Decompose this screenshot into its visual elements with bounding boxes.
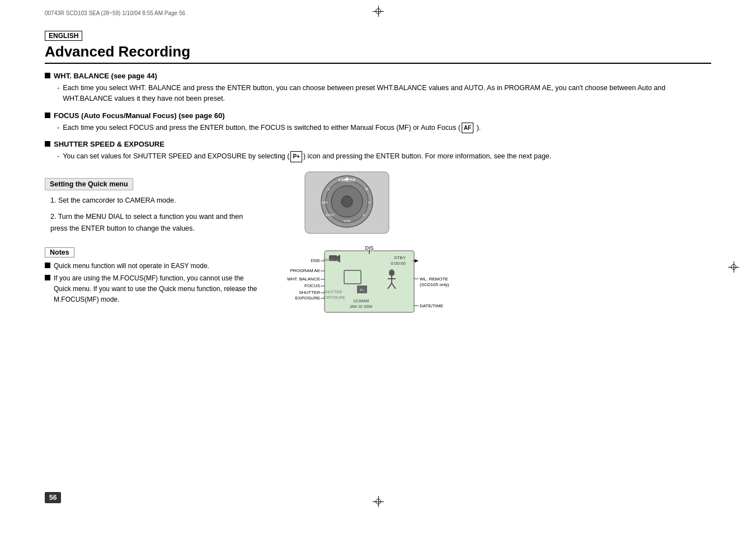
svg-text:DIS: DIS <box>365 245 373 251</box>
section-focus-heading: FOCUS (Auto Focus/Manual Focus) (see pag… <box>45 111 711 120</box>
svg-marker-53 <box>415 259 419 263</box>
step-1: 1. Set the camcorder to CAMERA mode. <box>50 195 257 207</box>
section-wht-balance-body: - Each time you select WHT. BALANCE and … <box>57 83 711 105</box>
svg-text:WL. REMOTE: WL. REMOTE <box>420 277 448 282</box>
page-title: Advanced Recording <box>45 43 711 64</box>
svg-text:M: M <box>365 188 368 191</box>
notes-list: Quick menu function will not operate in … <box>45 261 257 306</box>
quick-menu-heading: Setting the Quick menu <box>45 178 133 190</box>
lower-left: Setting the Quick menu 1. Set the camcor… <box>45 169 257 357</box>
svg-text:12:00AM: 12:00AM <box>353 299 369 303</box>
svg-text:A: A <box>363 213 365 217</box>
quick-menu-section: Setting the Quick menu 1. Set the camcor… <box>45 178 257 235</box>
svg-text:SHUTTER: SHUTTER <box>323 290 342 294</box>
svg-point-12 <box>341 196 353 207</box>
shutter-icon: P+ <box>290 151 302 162</box>
page-number: 56 <box>45 492 61 503</box>
bullet-icon <box>45 113 50 118</box>
svg-text:PROGRAM AE: PROGRAM AE <box>290 268 320 273</box>
bottom-center-crosshair <box>373 496 384 507</box>
svg-text:EASY: EASY <box>326 213 335 217</box>
note-bullet-icon <box>45 275 50 280</box>
svg-text:P: P <box>368 201 370 204</box>
note-bullet-icon <box>45 263 50 268</box>
svg-text:JAN 10 2004: JAN 10 2004 <box>350 305 373 308</box>
note-item-1: Quick menu function will not operate in … <box>45 261 257 271</box>
svg-text:S: S <box>327 188 330 191</box>
section-shutter-heading: SHUTTER SPEED & EXPOSURE <box>45 140 711 148</box>
lower-section: Setting the Quick menu 1. Set the camcor… <box>45 169 711 357</box>
svg-text:DSE: DSE <box>311 258 320 263</box>
note-item-2: If you are using the M.FOCUS(MF) functio… <box>45 273 257 306</box>
lower-right: CAMERA M P A VCR EASY OFF S <box>269 169 711 357</box>
svg-text:MIRROR: MIRROR <box>323 258 339 262</box>
notes-label: Notes <box>45 247 74 257</box>
svg-text:FOCUS: FOCUS <box>304 283 320 288</box>
section-focus-body: - Each time you select FOCUS and press t… <box>57 123 711 134</box>
svg-text:(SCD105 only): (SCD105 only) <box>420 282 449 287</box>
section-shutter-body: - You can set values for SHUTTER SPEED a… <box>57 151 711 162</box>
svg-text:SHUTTER: SHUTTER <box>299 290 320 295</box>
camcorder-dial-image: CAMERA M P A VCR EASY OFF S <box>302 169 392 236</box>
svg-text:VCR: VCR <box>344 219 351 223</box>
quick-menu-steps: 1. Set the camcorder to CAMERA mode. 2. … <box>50 195 257 235</box>
svg-text:0:00:00: 0:00:00 <box>391 261 406 266</box>
header-meta: 00743R SCD103 SEA (28~59) 1/10/04 8:55 A… <box>45 10 185 16</box>
svg-text:OFF: OFF <box>321 201 328 204</box>
language-label: ENGLISH <box>45 31 82 41</box>
af-icon: AF <box>462 123 473 134</box>
section-wht-balance-heading: WHT. BALANCE (see page 44) <box>45 72 711 80</box>
top-center-crosshair <box>373 6 384 17</box>
bullet-icon <box>45 73 50 78</box>
bullet-icon <box>45 141 50 147</box>
svg-text:DATE/TIME: DATE/TIME <box>420 303 443 308</box>
notes-section: Notes Quick menu function will not opera… <box>45 247 257 306</box>
svg-text:STBY: STBY <box>394 255 406 260</box>
step-2: 2. Turn the MENU DIAL to select a functi… <box>50 211 257 235</box>
right-center-crosshair <box>728 261 739 273</box>
svg-text:WHT. BALANCE: WHT. BALANCE <box>287 277 320 282</box>
svg-text:EXPOSURE: EXPOSURE <box>295 296 320 301</box>
lcd-display-diagram: DIS STBY 0:00:00 <box>280 245 436 357</box>
main-content: ENGLISH Advanced Recording WHT. BALANCE … <box>45 31 711 489</box>
svg-text:EXPOSURE: EXPOSURE <box>323 296 345 299</box>
svg-text:P+: P+ <box>360 288 364 292</box>
